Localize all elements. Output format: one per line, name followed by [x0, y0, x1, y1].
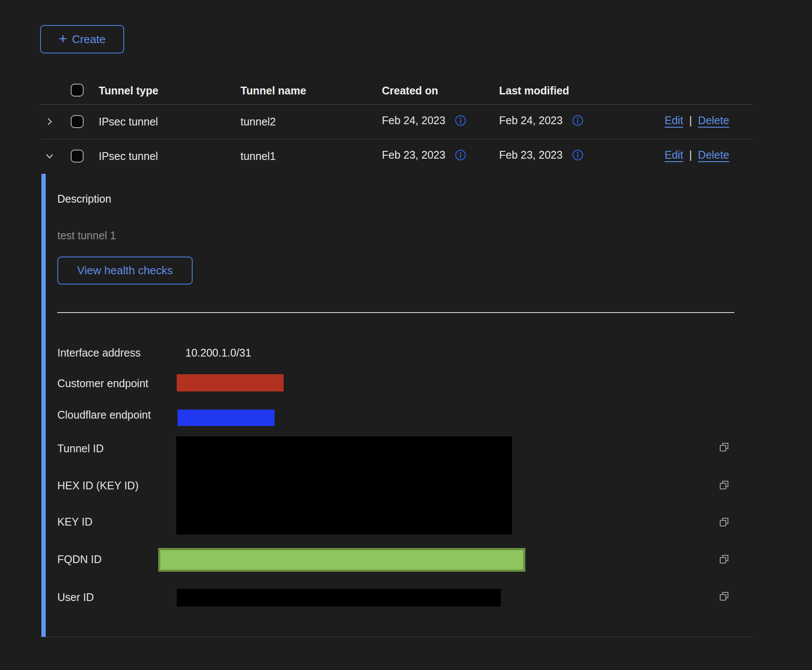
- info-icon: [455, 115, 466, 126]
- delete-link[interactable]: Delete: [698, 149, 729, 161]
- view-health-checks-button[interactable]: View health checks: [57, 257, 193, 285]
- created-on-cell: Feb 23, 2023: [382, 149, 466, 161]
- copy-icon: [718, 553, 730, 565]
- collapse-row-toggle[interactable]: [45, 151, 54, 161]
- header-divider: [40, 104, 753, 105]
- tunnel-name-cell: tunnel1: [240, 150, 276, 163]
- column-header-tunnel-type: Tunnel type: [99, 85, 158, 97]
- row-actions: Edit | Delete: [665, 114, 729, 127]
- info-icon: [572, 149, 584, 161]
- column-header-created-on: Created on: [382, 85, 438, 97]
- created-on-info-button[interactable]: [455, 115, 466, 126]
- tunnel-type-cell: IPsec tunnel: [99, 116, 158, 128]
- tunnel-name-cell: tunnel2: [240, 116, 276, 128]
- row-checkbox[interactable]: [71, 115, 84, 128]
- description-text: test tunnel 1: [57, 229, 116, 242]
- copy-hex-id-button[interactable]: [718, 479, 731, 492]
- chevron-right-icon: [45, 117, 54, 126]
- copy-icon: [718, 479, 730, 491]
- delete-link[interactable]: Delete: [698, 114, 729, 127]
- table-bottom-divider: [40, 637, 753, 637]
- copy-icon: [718, 441, 730, 453]
- interface-address-value: 10.200.1.0/31: [185, 347, 251, 359]
- copy-fqdn-id-button[interactable]: [718, 553, 731, 566]
- action-separator: |: [689, 149, 692, 161]
- cloudflare-endpoint-redaction: [178, 410, 275, 426]
- edit-link[interactable]: Edit: [665, 114, 683, 127]
- tunnel-id-label: Tunnel ID: [57, 442, 103, 455]
- section-divider: [57, 312, 734, 313]
- fqdn-id-label: FQDN ID: [57, 553, 102, 566]
- expanded-accent-bar: [41, 174, 46, 637]
- user-id-label: User ID: [57, 591, 94, 604]
- row-divider: [40, 139, 753, 139]
- id-values-redaction: [176, 436, 512, 535]
- copy-icon: [718, 516, 730, 528]
- copy-user-id-button[interactable]: [718, 590, 731, 603]
- copy-key-id-button[interactable]: [718, 516, 731, 529]
- column-header-last-modified: Last modified: [499, 85, 569, 97]
- last-modified-cell: Feb 24, 2023: [499, 114, 584, 127]
- last-modified-cell: Feb 23, 2023: [499, 149, 584, 161]
- expand-row-toggle[interactable]: [45, 117, 54, 126]
- last-modified-info-button[interactable]: [572, 149, 584, 161]
- created-on-info-button[interactable]: [455, 149, 466, 161]
- fqdn-id-redaction: [158, 548, 525, 572]
- plus-icon: +: [59, 31, 67, 46]
- action-separator: |: [689, 114, 692, 127]
- chevron-down-icon: [45, 151, 54, 161]
- info-icon: [455, 149, 466, 161]
- user-id-redaction: [177, 589, 501, 607]
- customer-endpoint-redaction: [177, 374, 284, 391]
- info-icon: [572, 115, 584, 126]
- created-on-value: Feb 24, 2023: [382, 114, 445, 127]
- tunnel-type-cell: IPsec tunnel: [99, 150, 158, 163]
- select-all-checkbox[interactable]: [71, 84, 84, 97]
- interface-address-label: Interface address: [57, 347, 141, 359]
- edit-link[interactable]: Edit: [665, 149, 683, 161]
- description-heading: Description: [57, 193, 111, 205]
- copy-icon: [718, 590, 730, 602]
- row-actions: Edit | Delete: [665, 149, 729, 161]
- create-button[interactable]: + Create: [40, 25, 124, 53]
- last-modified-info-button[interactable]: [572, 115, 584, 126]
- key-id-label: KEY ID: [57, 516, 93, 528]
- created-on-cell: Feb 24, 2023: [382, 114, 466, 127]
- hex-id-label: HEX ID (KEY ID): [57, 479, 138, 492]
- cloudflare-endpoint-label: Cloudflare endpoint: [57, 409, 151, 421]
- copy-tunnel-id-button[interactable]: [718, 441, 731, 454]
- ipsec-tunnels-page: + Create Tunnel type Tunnel name Created…: [0, 0, 812, 670]
- customer-endpoint-label: Customer endpoint: [57, 377, 148, 390]
- created-on-value: Feb 23, 2023: [382, 149, 445, 161]
- column-header-tunnel-name: Tunnel name: [240, 85, 306, 97]
- last-modified-value: Feb 23, 2023: [499, 149, 562, 161]
- last-modified-value: Feb 24, 2023: [499, 114, 562, 127]
- row-checkbox[interactable]: [71, 150, 84, 163]
- create-button-label: Create: [72, 33, 106, 46]
